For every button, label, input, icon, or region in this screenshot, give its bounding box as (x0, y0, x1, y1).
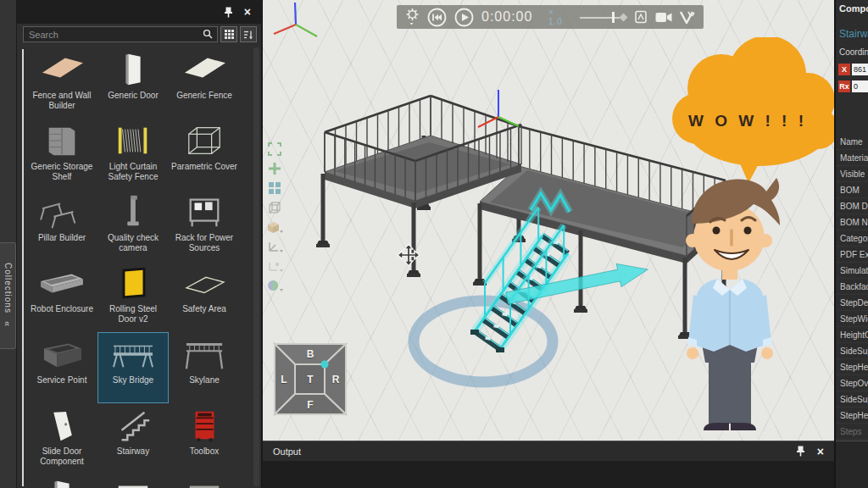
property-row-heighto[interactable]: HeightO (836, 327, 868, 343)
component-tile-partial[interactable] (169, 474, 240, 488)
wire-cube-button[interactable] (265, 199, 284, 217)
sort-button[interactable] (240, 26, 257, 42)
shaded-cube-icon (265, 219, 284, 236)
component-tile-partial[interactable] (97, 474, 169, 488)
speed-slider[interactable] (580, 11, 626, 23)
property-row-category[interactable]: Category (836, 230, 868, 247)
component-tile-skylane[interactable]: Skylane (169, 332, 240, 403)
property-row-sidesup[interactable]: SideSup (836, 343, 868, 359)
skip-to-start-icon (427, 8, 447, 27)
component-tile-stairway[interactable]: Stairway (97, 403, 169, 474)
grid-view-button[interactable] (220, 26, 237, 42)
component-tile-quality-check-camera[interactable]: Quality check camera (97, 190, 169, 261)
component-tile-generic-door[interactable]: Generic Door (97, 47, 169, 119)
component-tile-toolbox[interactable]: Toolbox (169, 403, 240, 474)
cabinet-thumbnail (34, 121, 90, 160)
left-scrollbar-thumb[interactable] (22, 49, 24, 486)
property-row-stepwid[interactable]: StepWid (836, 311, 868, 327)
property-row-sidesup[interactable]: SideSup (836, 391, 868, 408)
pin-panel-button[interactable] (224, 7, 233, 18)
close-icon: × (244, 6, 251, 18)
component-label: Parametric Cover (171, 162, 237, 172)
property-row-stephei[interactable]: StepHei (836, 408, 868, 424)
reset-simulation-button[interactable] (427, 8, 447, 27)
component-tile-light-curtain-safety-fence[interactable]: Light Curtain Safety Fence (97, 119, 169, 190)
chevron-down-icon (280, 230, 283, 233)
viewport-3d[interactable]: 0:00:00 × 1.0 (263, 0, 834, 441)
component-tile-generic-fence[interactable]: Generic Fence (169, 47, 240, 119)
simulation-settings-button[interactable] (405, 8, 420, 26)
translate-arrow-manipulator (506, 263, 648, 304)
collections-tab[interactable]: Collections « (0, 242, 16, 349)
close-panel-button[interactable]: × (244, 6, 251, 18)
curtain-thumbnail (105, 121, 161, 160)
vc-logo-button[interactable] (680, 11, 695, 24)
property-row-simulati[interactable]: Simulati (836, 263, 868, 279)
nav-cube-right[interactable]: R (332, 374, 340, 385)
property-row-material[interactable]: Material (836, 150, 868, 166)
chevron-down-icon (280, 250, 283, 252)
wallwin-thumbnail (105, 477, 161, 488)
property-row-visible[interactable]: Visible (836, 166, 868, 182)
export-pdf-button[interactable] (634, 10, 648, 24)
origin-mode-button[interactable] (265, 277, 284, 295)
record-video-button[interactable] (655, 12, 672, 23)
navigation-cube[interactable]: B L T R F (273, 334, 348, 420)
property-row-name[interactable]: Name (836, 134, 868, 150)
property-row-bom[interactable]: BOM (836, 182, 868, 198)
snap-mode-button[interactable] (265, 258, 284, 275)
property-list: NameMaterialVisibleBOMBOM DeBOM NaCatego… (836, 134, 868, 440)
component-label: Toolbox (190, 446, 219, 457)
nav-cube-back[interactable]: B (307, 348, 314, 360)
property-row-bom-na[interactable]: BOM Na (836, 214, 868, 230)
pole-thumbnail (105, 192, 161, 231)
component-label: Light Curtain Safety Fence (99, 162, 167, 182)
render-mode-button[interactable] (265, 219, 284, 236)
property-row-stepove[interactable]: StepOve (836, 375, 868, 391)
component-tile-rolling-steel-door-v2[interactable]: Rolling Steel Door v2 (97, 261, 169, 332)
simulation-speed[interactable]: × 1.0 (548, 8, 564, 26)
property-row-pdf-exp[interactable]: PDF Exp (836, 247, 868, 263)
right-scrollbar-track[interactable] (253, 47, 259, 486)
component-label: Generic Fence (176, 91, 232, 101)
play-button[interactable] (454, 8, 474, 27)
component-tile-fence-and-wall-builder[interactable]: Fence and Wall Builder (26, 47, 97, 119)
collections-rail: Collections « (0, 0, 17, 488)
component-label: Pillar Builder (38, 233, 86, 243)
property-row-stepdep[interactable]: StepDep (836, 295, 868, 311)
component-tile-parametric-cover[interactable]: Parametric Cover (169, 119, 240, 190)
zoom-fit-button[interactable] (265, 141, 284, 158)
grid-toggle-button[interactable] (265, 180, 284, 197)
component-tile-partial[interactable] (26, 474, 97, 488)
nav-cube-left[interactable]: L (281, 374, 287, 385)
close-output-button[interactable]: × (817, 446, 824, 458)
component-tile-robot-enclosure[interactable]: Robot Enclosure (26, 261, 97, 332)
wirebox-thumbnail (176, 121, 232, 160)
pin-icon (224, 7, 233, 18)
nav-cube-front[interactable]: F (307, 399, 313, 411)
grid-icon (266, 180, 283, 197)
property-row-steps[interactable]: Steps (836, 424, 868, 440)
property-row-stephei[interactable]: StepHei (836, 359, 868, 375)
wallwin-thumbnail (176, 477, 232, 488)
component-tile-slide-door-component[interactable]: Slide Door Component (26, 403, 97, 474)
slider-handle[interactable] (612, 12, 615, 23)
component-tile-service-point[interactable]: Service Point (26, 332, 97, 403)
component-tile-sky-bridge[interactable]: Sky Bridge (97, 332, 169, 403)
nav-cube-top[interactable]: T (307, 374, 313, 385)
component-tile-rack-for-power-sources[interactable]: Rack for Power Sources (169, 190, 240, 261)
coord-x-input[interactable] (852, 64, 868, 75)
door-thumbnail (105, 50, 161, 89)
property-row-bom-de[interactable]: BOM De (836, 198, 868, 214)
component-tile-generic-storage-shelf[interactable]: Generic Storage Shelf (26, 119, 97, 190)
move-mode-button[interactable] (265, 238, 284, 256)
center-view-button[interactable] (265, 160, 284, 178)
chevron-down-icon (280, 269, 283, 272)
coord-rx-label: Rx (838, 80, 850, 92)
component-tile-safety-area[interactable]: Safety Area (169, 261, 240, 332)
component-tile-pillar-builder[interactable]: Pillar Builder (26, 190, 97, 261)
coord-rx-input[interactable] (852, 80, 868, 92)
property-row-backface[interactable]: Backface (836, 279, 868, 295)
search-input[interactable] (23, 26, 218, 42)
pin-output-button[interactable] (796, 446, 805, 457)
